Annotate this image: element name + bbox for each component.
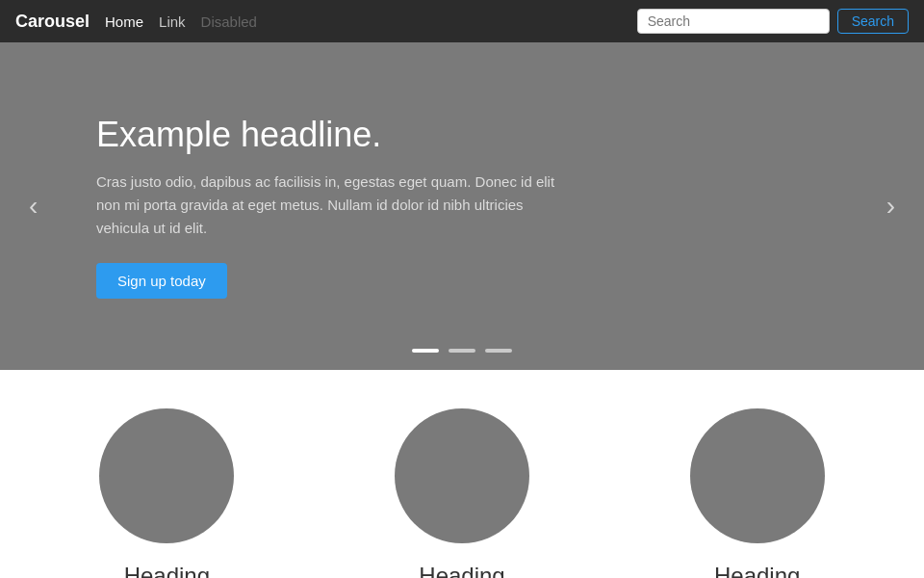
content-col-1: Heading Donec sed odio dui. Etiam porta …	[19, 408, 315, 578]
carousel-indicators	[412, 349, 512, 353]
nav-link-disabled: Disabled	[201, 13, 257, 30]
carousel-next-button[interactable]: ›	[877, 181, 905, 231]
col2-image	[395, 408, 529, 543]
nav-link-link[interactable]: Link	[159, 13, 186, 30]
nav-links: Home Link Disabled	[105, 13, 637, 30]
carousel-prev-button[interactable]: ‹	[19, 181, 47, 231]
search-input[interactable]	[637, 9, 830, 34]
navbar-brand[interactable]: Carousel	[15, 12, 90, 32]
col1-image	[99, 408, 234, 543]
col3-image	[690, 408, 825, 543]
carousel-content: Example headline. Cras justo odio, dapib…	[0, 115, 674, 299]
carousel-text: Cras justo odio, dapibus ac facilisis in…	[96, 171, 578, 240]
carousel-indicator-1[interactable]	[412, 349, 439, 353]
col1-heading: Heading	[38, 563, 295, 578]
carousel-cta-button[interactable]: Sign up today	[96, 263, 227, 299]
carousel-indicator-2[interactable]	[449, 349, 475, 353]
nav-link-home[interactable]: Home	[105, 13, 143, 30]
carousel-headline: Example headline.	[96, 115, 578, 155]
col3-heading: Heading	[629, 563, 886, 578]
navbar: Carousel Home Link Disabled Search	[0, 0, 924, 42]
search-button[interactable]: Search	[837, 9, 909, 34]
carousel: ‹ Example headline. Cras justo odio, dap…	[0, 42, 924, 370]
col2-heading: Heading	[334, 563, 591, 578]
content-section: Heading Donec sed odio dui. Etiam porta …	[0, 370, 924, 578]
content-col-3: Heading Donec sed odio dui. Cras justo o…	[609, 408, 905, 578]
navbar-search: Search	[637, 9, 909, 34]
content-col-2: Heading Duis mollis, est non commodo luc…	[315, 408, 610, 578]
carousel-indicator-3[interactable]	[485, 349, 512, 353]
